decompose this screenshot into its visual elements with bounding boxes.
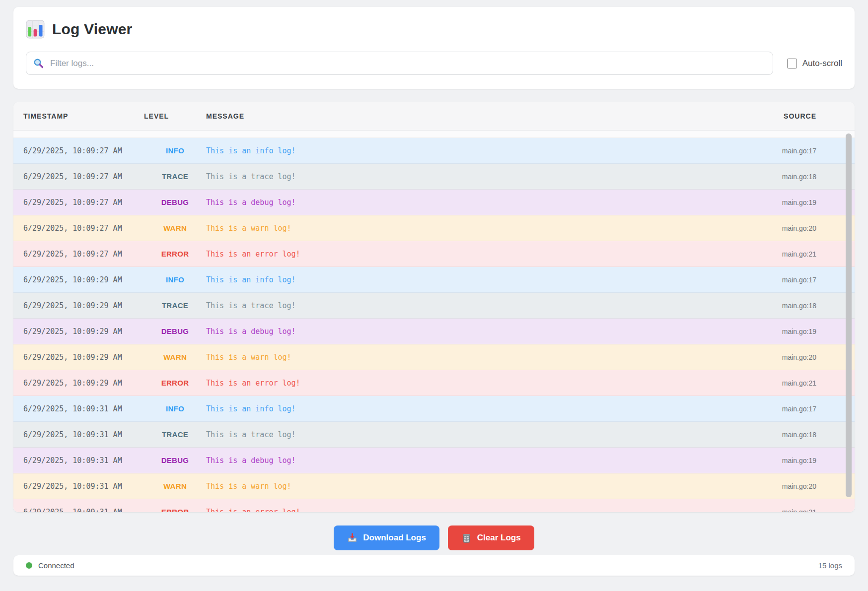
log-source: main.go:19 xyxy=(729,457,845,464)
log-row: 6/29/2025, 10:09:29 AM DEBUG This is a d… xyxy=(13,319,855,344)
log-row: 6/29/2025, 10:09:31 AM INFO This is an i… xyxy=(13,396,855,422)
log-table: TIMESTAMP LEVEL MESSAGE SOURCE 6/29/2025… xyxy=(13,102,855,512)
column-header-timestamp: TIMESTAMP xyxy=(23,112,144,120)
log-timestamp: 6/29/2025, 10:09:31 AM xyxy=(23,508,144,513)
log-row: 6/29/2025, 10:09:27 AM DEBUG This is a d… xyxy=(13,190,855,215)
log-row: 6/29/2025, 10:09:31 AM ERROR This is an … xyxy=(13,499,855,512)
clear-logs-button[interactable]: Clear Logs xyxy=(448,525,534,550)
actions-row: Download Logs Clear Logs xyxy=(13,525,855,550)
download-logs-button[interactable]: Download Logs xyxy=(334,525,439,550)
log-source: main.go:18 xyxy=(729,302,845,310)
log-message: This is a debug log! xyxy=(206,198,729,207)
log-source: main.go:21 xyxy=(729,379,845,387)
log-timestamp: 6/29/2025, 10:09:29 AM xyxy=(23,301,144,310)
title-row: Log Viewer xyxy=(26,20,842,39)
log-timestamp: 6/29/2025, 10:09:31 AM xyxy=(23,430,144,439)
download-icon xyxy=(347,533,358,543)
search-icon xyxy=(33,58,44,68)
filter-row: Auto-scroll xyxy=(26,52,842,75)
log-table-body[interactable]: 6/29/2025, 10:09:27 AM INFO This is an i… xyxy=(13,131,855,512)
log-level: TRACE xyxy=(144,301,206,310)
log-source: main.go:19 xyxy=(729,198,845,206)
log-source: main.go:17 xyxy=(729,147,845,155)
log-row: 6/29/2025, 10:09:31 AM WARN This is a wa… xyxy=(13,473,855,499)
log-timestamp: 6/29/2025, 10:09:27 AM xyxy=(23,172,144,181)
log-table-header: TIMESTAMP LEVEL MESSAGE SOURCE xyxy=(13,102,855,131)
log-level: ERROR xyxy=(144,379,206,387)
connection-status: Connected xyxy=(26,561,74,570)
log-level: INFO xyxy=(144,404,206,413)
scrollbar-thumb[interactable] xyxy=(846,133,852,497)
log-level: INFO xyxy=(144,146,206,155)
log-message: This is an info log! xyxy=(206,146,729,155)
column-header-source: SOURCE xyxy=(729,112,845,120)
log-row: 6/29/2025, 10:09:27 AM TRACE This is a t… xyxy=(13,164,855,190)
column-header-level: LEVEL xyxy=(144,112,206,120)
log-timestamp: 6/29/2025, 10:09:31 AM xyxy=(23,482,144,491)
log-row: 6/29/2025, 10:09:29 AM ERROR This is an … xyxy=(13,370,855,396)
log-source: main.go:19 xyxy=(729,328,845,335)
filter-wrap xyxy=(26,52,773,75)
log-level: WARN xyxy=(144,482,206,490)
log-source: main.go:20 xyxy=(729,224,845,232)
log-row: 6/29/2025, 10:09:29 AM TRACE This is a t… xyxy=(13,293,855,319)
log-timestamp: 6/29/2025, 10:09:29 AM xyxy=(23,275,144,284)
scroll-top-sliver xyxy=(13,131,855,138)
clear-logs-label: Clear Logs xyxy=(477,533,521,543)
log-message: This is a warn log! xyxy=(206,482,729,491)
log-level: DEBUG xyxy=(144,198,206,206)
log-level: DEBUG xyxy=(144,456,206,464)
log-level: DEBUG xyxy=(144,327,206,335)
log-source: main.go:17 xyxy=(729,276,845,284)
log-message: This is a trace log! xyxy=(206,172,729,181)
log-row: 6/29/2025, 10:09:29 AM WARN This is a wa… xyxy=(13,344,855,370)
log-timestamp: 6/29/2025, 10:09:29 AM xyxy=(23,327,144,336)
log-source: main.go:21 xyxy=(729,508,845,513)
log-source: main.go:17 xyxy=(729,405,845,413)
log-count: 15 logs xyxy=(818,561,842,570)
log-timestamp: 6/29/2025, 10:09:27 AM xyxy=(23,224,144,233)
log-level: INFO xyxy=(144,275,206,284)
log-message: This is an info log! xyxy=(206,404,729,413)
filter-input[interactable] xyxy=(26,52,773,75)
header-card: Log Viewer Auto-scroll xyxy=(13,7,855,89)
column-header-message: MESSAGE xyxy=(206,112,729,120)
log-message: This is a trace log! xyxy=(206,301,729,310)
log-message: This is a trace log! xyxy=(206,430,729,439)
log-level: WARN xyxy=(144,224,206,232)
log-timestamp: 6/29/2025, 10:09:29 AM xyxy=(23,353,144,362)
log-message: This is a debug log! xyxy=(206,456,729,465)
autoscroll-checkbox[interactable] xyxy=(787,59,797,68)
trash-icon xyxy=(461,533,472,543)
log-message: This is an info log! xyxy=(206,275,729,284)
log-level: ERROR xyxy=(144,508,206,512)
log-timestamp: 6/29/2025, 10:09:27 AM xyxy=(23,250,144,259)
status-dot-icon xyxy=(26,562,32,569)
log-source: main.go:20 xyxy=(729,353,845,361)
log-row: 6/29/2025, 10:09:27 AM INFO This is an i… xyxy=(13,138,855,164)
log-row: 6/29/2025, 10:09:27 AM ERROR This is an … xyxy=(13,241,855,267)
log-message: This is a warn log! xyxy=(206,353,729,362)
log-message: This is a debug log! xyxy=(206,327,729,336)
log-row: 6/29/2025, 10:09:29 AM INFO This is an i… xyxy=(13,267,855,293)
log-timestamp: 6/29/2025, 10:09:27 AM xyxy=(23,198,144,207)
log-row: 6/29/2025, 10:09:31 AM DEBUG This is a d… xyxy=(13,448,855,473)
download-logs-label: Download Logs xyxy=(363,533,426,543)
log-message: This is an error log! xyxy=(206,379,729,388)
log-row: 6/29/2025, 10:09:31 AM TRACE This is a t… xyxy=(13,422,855,448)
log-rows-container: 6/29/2025, 10:09:27 AM INFO This is an i… xyxy=(13,138,855,512)
log-source: main.go:18 xyxy=(729,173,845,181)
log-level: TRACE xyxy=(144,430,206,439)
log-timestamp: 6/29/2025, 10:09:29 AM xyxy=(23,379,144,388)
bar-chart-logo-icon xyxy=(26,20,45,39)
log-timestamp: 6/29/2025, 10:09:31 AM xyxy=(23,456,144,465)
autoscroll-label[interactable]: Auto-scroll xyxy=(802,59,842,68)
log-source: main.go:20 xyxy=(729,482,845,490)
log-source: main.go:21 xyxy=(729,250,845,258)
log-source: main.go:18 xyxy=(729,431,845,439)
autoscroll-control: Auto-scroll xyxy=(787,59,842,68)
log-timestamp: 6/29/2025, 10:09:31 AM xyxy=(23,404,144,413)
log-level: ERROR xyxy=(144,250,206,258)
page-title: Log Viewer xyxy=(52,21,133,38)
status-text: Connected xyxy=(38,561,74,570)
